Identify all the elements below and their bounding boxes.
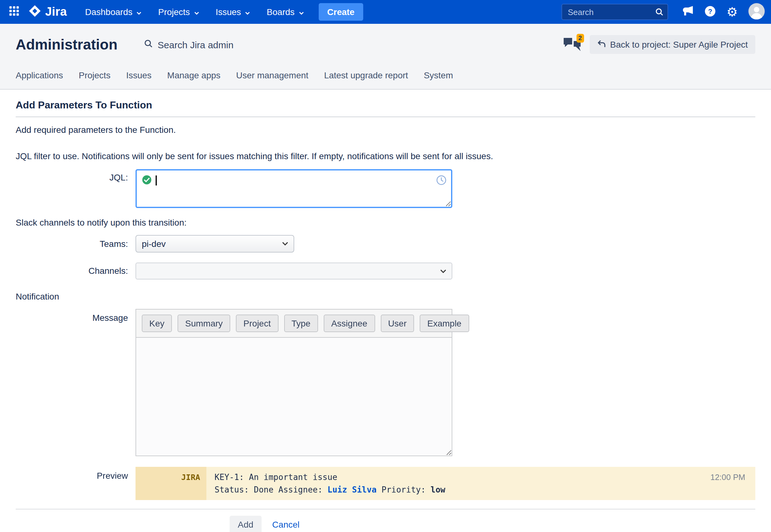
help-icon: ? <box>704 5 716 19</box>
svg-text:?: ? <box>708 7 712 15</box>
preview-issue-line: KEY-1: An important issue <box>215 471 445 483</box>
slack-message-preview: JIRA KEY-1: An important issue Status: D… <box>135 467 755 500</box>
jql-field-container <box>135 169 452 208</box>
admin-search-button[interactable]: Search Jira admin <box>144 39 234 50</box>
toolbar-type-button[interactable]: Type <box>284 315 318 332</box>
back-button-label: Back to project: Super Agile Project <box>610 39 748 50</box>
message-input[interactable] <box>135 338 452 456</box>
channels-select-wrap <box>135 263 452 279</box>
chevron-down-icon <box>194 7 199 17</box>
notification-heading: Notification <box>16 291 755 301</box>
message-row: Message Key Summary Project Type Assigne… <box>16 309 755 456</box>
preview-status-prefix: Status: Done Assignee: <box>215 485 328 494</box>
slack-channels-heading: Slack channels to notify upon this trans… <box>16 217 755 227</box>
channels-row: Channels: <box>16 261 755 279</box>
form-actions: Add Cancel <box>230 516 755 532</box>
preview-app-name: JIRA <box>135 467 207 500</box>
megaphone-icon <box>682 6 694 18</box>
preview-priority-prefix: Priority: <box>377 485 431 494</box>
return-arrow-icon <box>597 39 606 50</box>
global-search-input[interactable] <box>561 4 668 20</box>
app-switcher-button[interactable] <box>6 3 22 21</box>
assignee-link[interactable]: Luiz Silva <box>328 485 377 494</box>
jql-input[interactable] <box>137 170 451 207</box>
toolbar-user-button[interactable]: User <box>380 315 414 332</box>
tab-latest-upgrade-report[interactable]: Latest upgrade report <box>324 70 408 80</box>
admin-header: Administration Search Jira admin 2 <box>0 24 771 90</box>
toolbar-summary-button[interactable]: Summary <box>177 315 230 332</box>
toolbar-key-button[interactable]: Key <box>142 315 172 332</box>
jql-valid-check-icon <box>142 175 152 185</box>
primary-nav: Dashboards Projects Issues Boards <box>77 0 312 24</box>
channels-select[interactable] <box>135 263 452 279</box>
chevron-down-icon <box>245 7 250 17</box>
divider <box>16 509 755 509</box>
main-content: Add Parameters To Function Add required … <box>0 90 771 532</box>
tab-projects[interactable]: Projects <box>79 70 110 80</box>
header-right: 2 Back to project: Super Agile Project <box>562 35 755 54</box>
tab-applications[interactable]: Applications <box>16 70 63 80</box>
search-icon <box>144 39 153 50</box>
settings-button[interactable]: ⚙ <box>724 3 740 21</box>
tab-issues[interactable]: Issues <box>126 70 151 80</box>
top-nav: Jira Dashboards Projects Issues Boards C… <box>0 0 771 24</box>
tab-system[interactable]: System <box>424 70 453 80</box>
preview-timestamp: 12:00 PM <box>711 467 755 500</box>
nav-dashboards[interactable]: Dashboards <box>77 0 150 24</box>
nav-projects[interactable]: Projects <box>150 0 207 24</box>
nav-projects-label: Projects <box>158 7 190 17</box>
nav-issues-label: Issues <box>216 7 241 17</box>
chevron-down-icon <box>298 7 304 17</box>
jira-logo-icon <box>28 4 41 20</box>
teams-select-wrap: pi-dev <box>135 235 294 253</box>
nav-issues[interactable]: Issues <box>207 0 259 24</box>
channels-label: Channels: <box>16 265 128 275</box>
cancel-link[interactable]: Cancel <box>272 519 300 529</box>
teams-row: Teams: pi-dev <box>16 235 755 253</box>
toolbar-project-button[interactable]: Project <box>236 315 278 332</box>
tab-user-management[interactable]: User management <box>236 70 308 80</box>
teams-label: Teams: <box>16 239 128 249</box>
search-icon[interactable] <box>655 8 664 16</box>
global-search <box>561 4 668 20</box>
nav-boards[interactable]: Boards <box>259 0 312 24</box>
preview-label: Preview <box>16 467 128 481</box>
form-title: Add Parameters To Function <box>16 100 755 117</box>
admin-search-label: Search Jira admin <box>158 39 234 50</box>
announcements-button[interactable] <box>679 3 696 21</box>
user-avatar[interactable] <box>748 3 765 21</box>
nav-right: ? ⚙ <box>561 2 765 22</box>
chevron-down-icon <box>136 7 142 17</box>
teams-select[interactable]: pi-dev <box>135 235 294 253</box>
jql-label: JQL: <box>16 169 128 182</box>
message-column: Key Summary Project Type Assignee User E… <box>135 309 452 456</box>
tab-manage-apps[interactable]: Manage apps <box>167 70 221 80</box>
toolbar-example-button[interactable]: Example <box>420 315 469 332</box>
jira-admin-page: Jira Dashboards Projects Issues Boards C… <box>0 0 771 532</box>
back-to-project-button[interactable]: Back to project: Super Agile Project <box>590 35 755 54</box>
grid-icon <box>9 6 19 18</box>
form-description: Add required parameters to the Function. <box>16 125 755 135</box>
jira-logo[interactable]: Jira <box>28 4 67 20</box>
jql-history-clock-icon[interactable] <box>436 175 447 185</box>
preview-row: Preview JIRA KEY-1: An important issue S… <box>16 467 755 500</box>
admin-tab-bar: Applications Projects Issues Manage apps… <box>16 70 755 89</box>
add-button[interactable]: Add <box>230 516 262 532</box>
text-cursor <box>155 175 156 185</box>
message-label: Message <box>16 309 128 323</box>
jql-help-text: JQL filter to use. Notifications will on… <box>16 151 755 161</box>
gear-icon: ⚙ <box>726 6 738 18</box>
feedback-bubbles-icon[interactable]: 2 <box>562 37 581 52</box>
help-button[interactable]: ? <box>701 2 719 22</box>
jira-logo-text: Jira <box>45 5 67 19</box>
nav-dashboards-label: Dashboards <box>85 7 132 17</box>
preview-status-line: Status: Done Assignee: Luiz Silva Priori… <box>215 483 445 496</box>
notification-badge: 2 <box>576 34 584 42</box>
page-title: Administration <box>16 35 118 54</box>
create-button[interactable]: Create <box>318 3 363 21</box>
jql-row: JQL: <box>16 169 755 208</box>
toolbar-assignee-button[interactable]: Assignee <box>324 315 375 332</box>
preview-content: KEY-1: An important issue Status: Done A… <box>207 467 445 500</box>
admin-header-row: Administration Search Jira admin 2 <box>16 35 755 54</box>
preview-priority-value: low <box>431 485 445 494</box>
